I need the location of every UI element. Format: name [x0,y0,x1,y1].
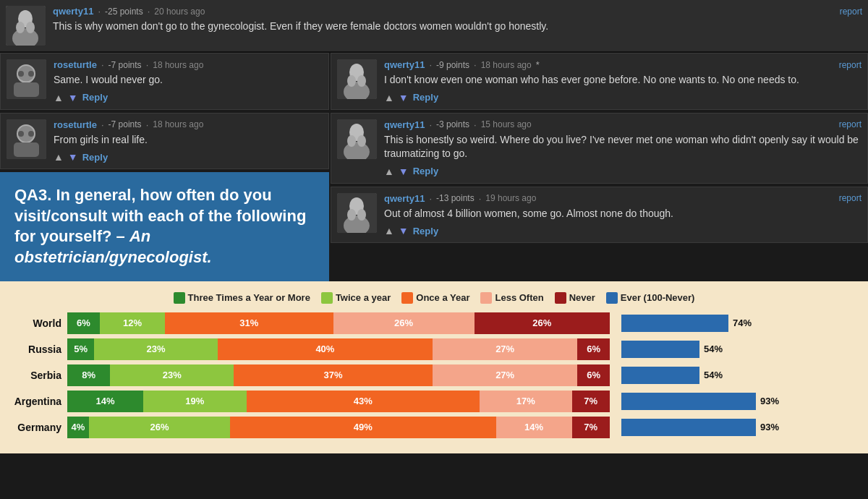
legend-label: Never [569,292,595,303]
downvote-button[interactable]: ▼ [399,92,409,103]
blue-bar [621,315,728,332]
reply-button[interactable]: Reply [82,92,108,103]
svg-point-8 [18,71,24,77]
svg-point-29 [357,209,366,221]
blue-bar-container: 54% [621,367,723,384]
time: 18 hours ago [481,60,532,70]
downvote-button[interactable]: ▼ [399,225,409,236]
bar-container: 6%12%31%26%26% [67,312,610,334]
legend-label: Once a Year [416,292,469,303]
upvote-button[interactable]: ▲ [54,151,64,163]
bar-segment: 27% [433,338,577,360]
bar-segment: 17% [480,391,572,412]
comment-text: From girls in real life. [54,133,323,148]
upvote-button[interactable]: ▲ [384,166,394,177]
points: -7 points [109,119,142,129]
bar-container: 14%19%43%17%7% [67,391,610,412]
blue-bar [621,393,756,410]
chart-row: Germany4%26%49%14%7%93% [7,417,861,438]
comment-text: This is honestly so weird. Where do you … [384,133,861,161]
chart-row: Serbia8%23%37%27%6%54% [7,364,861,386]
downvote-button[interactable]: ▼ [68,151,78,163]
legend-item: Once a Year [401,292,469,304]
username: qwerty11 [384,193,425,204]
svg-point-18 [18,131,24,137]
downvote-button[interactable]: ▼ [68,92,78,103]
svg-point-14 [357,75,366,87]
bar-segment: 14% [496,417,572,438]
report-link[interactable]: report [839,60,861,70]
legend-item: Ever (100-Never) [606,292,695,304]
row-label: Russia [7,344,61,355]
username: qwerty11 [53,6,93,17]
avatar [337,193,377,233]
legend-item: Twice a year [321,292,391,304]
comment-block: roseturtle · -7 points · 18 hours ago Sa… [0,53,329,110]
bar-segment: 23% [110,364,234,386]
svg-rect-7 [14,82,39,97]
points: -25 points [105,7,143,17]
bar-segment: 5% [67,338,94,360]
report-link[interactable]: report [840,7,862,17]
bar-segment: 6% [577,364,610,386]
qa-text: QA3. In general, how often do you visit/… [14,185,315,268]
downvote-button[interactable]: ▼ [399,166,409,177]
report-link[interactable]: report [839,193,861,203]
reply-button[interactable]: Reply [413,226,438,236]
bar-segment: 40% [218,338,433,360]
right-comments: qwerty11 · -3 points · 15 hours ago repo… [331,113,868,281]
blue-bar [621,419,756,436]
svg-point-3 [16,22,25,33]
comment-block: qwerty11 · -3 points · 15 hours ago repo… [331,113,868,184]
row-label: Serbia [7,370,61,381]
points: -9 points [436,60,469,70]
blue-pct-label: 54% [704,370,723,380]
bar-segment: 26% [333,312,475,334]
legend-label: Twice a year [336,292,391,303]
svg-point-24 [357,135,366,147]
row-label: World [7,317,61,329]
avatar [7,119,46,159]
upvote-button[interactable]: ▲ [384,225,394,236]
legend-color [174,292,185,304]
bar-segment: 19% [143,391,247,412]
qa-block: QA3. In general, how often do you visit/… [0,172,329,281]
bar-segment: 7% [572,417,610,438]
legend-color [480,292,492,304]
reply-button[interactable]: Reply [82,152,108,163]
points: -3 points [436,119,469,129]
svg-point-23 [347,135,356,147]
svg-rect-17 [14,142,39,157]
time: 19 hours ago [485,193,536,203]
upvote-button[interactable]: ▲ [384,92,394,103]
report-link[interactable]: report [839,119,861,129]
legend-color [321,292,333,304]
legend-item: Less Often [480,292,543,304]
bar-segment: 26% [475,312,610,334]
legend-color [606,292,618,304]
top-comment: qwerty11 · -25 points · 20 hours ago rep… [0,0,868,53]
comment-text: This is why women don't go to the gyneco… [53,20,862,34]
legend-label: Three Times a Year or More [188,292,310,303]
bar-segment: 37% [234,364,433,386]
legend-color [555,292,566,304]
bar-container: 4%26%49%14%7% [67,417,610,438]
username: qwerty11 [384,119,425,130]
time: 18 hours ago [153,60,203,70]
blue-bar [621,341,699,358]
upvote-button[interactable]: ▲ [54,92,64,103]
comment-text: Same. I would never go. [54,73,323,88]
blue-bar-container: 93% [621,393,779,410]
bar-chart: World6%12%31%26%26%74%Russia5%23%40%27%6… [7,312,861,438]
reply-button[interactable]: Reply [413,92,438,103]
points: -7 points [109,60,142,70]
chart-row: Russia5%23%40%27%6%54% [7,338,861,360]
points: -13 points [436,193,475,203]
blue-bar-container: 74% [621,315,752,332]
chart-legend: Three Times a Year or MoreTwice a yearOn… [7,292,861,304]
svg-point-28 [347,209,356,221]
reply-button[interactable]: Reply [413,166,438,176]
avatar [6,6,46,46]
legend-item: Three Times a Year or More [174,292,310,304]
comment-block: qwerty11 · -13 points · 19 hours ago rep… [331,187,868,244]
